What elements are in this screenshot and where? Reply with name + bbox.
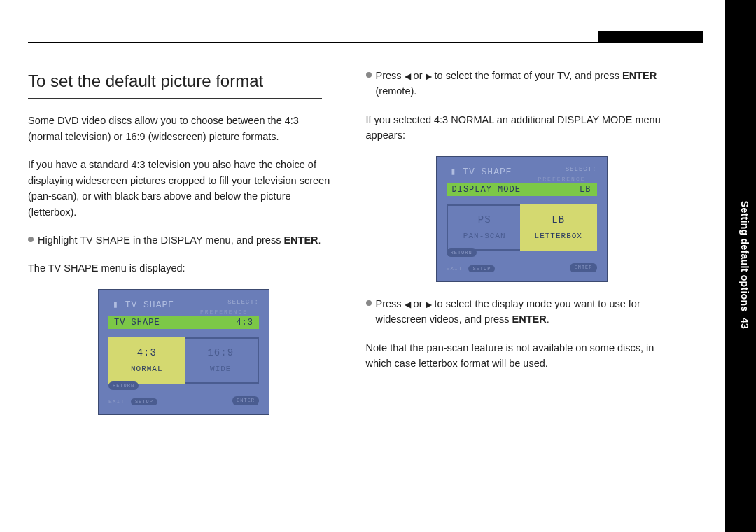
two-column-layout: To set the default picture format Some D… xyxy=(28,68,672,429)
left-arrow-icon: ◀ xyxy=(405,300,411,309)
tv-shape-menu-screenshot: ▮ TV SHAPE SELECT: PREFERENCE TV SHAPE 4… xyxy=(98,289,270,415)
ss1-title: ▮ TV SHAPE xyxy=(113,298,174,312)
right-arrow-icon: ▶ xyxy=(426,71,432,81)
ss1-option-wide: 16:9 WIDE xyxy=(184,339,258,382)
ss2-button-hints: RETURN EXIT SETUP ENTER xyxy=(447,248,597,276)
enter-chip: ENTER xyxy=(232,396,259,405)
intro-paragraph-2: If you have a standard 4:3 television yo… xyxy=(28,157,335,220)
step-highlight-tvshape: Highlight TV SHAPE in the DISPLAY menu, … xyxy=(28,232,335,248)
return-chip: RETURN xyxy=(108,382,139,391)
setup-chip: SETUP xyxy=(131,398,158,405)
display-mode-menu-screenshot: ▮ TV SHAPE SELECT: PREFERENCE DISPLAY MO… xyxy=(436,156,608,282)
ss2-option-panscan: PS PAN-SCAN xyxy=(448,206,522,249)
step-text-enter: ENTER xyxy=(284,234,318,246)
ss1-opt-left-label: NORMAL xyxy=(131,363,163,375)
left-column: To set the default picture format Some D… xyxy=(28,68,335,429)
ss2-opt-right-label: LETTERBOX xyxy=(535,230,582,242)
ss1-selected-row: TV SHAPE 4:3 xyxy=(108,316,259,329)
chapter-name: Setting default options xyxy=(739,201,750,312)
ss2-row-label: DISPLAY MODE xyxy=(452,183,521,197)
bullet-icon xyxy=(28,237,34,242)
tvshape-menu-caption: The TV SHAPE menu is displayed: xyxy=(28,260,335,276)
step-text-pre: Highlight TV SHAPE in the DISPLAY menu, … xyxy=(38,234,284,246)
step-text: Press ◀ or ▶ to select the format of you… xyxy=(376,68,673,99)
enter-label: ENTER xyxy=(512,314,547,325)
right-column: Press ◀ or ▶ to select the format of you… xyxy=(366,68,673,429)
ss2-title: ▮ TV SHAPE xyxy=(451,165,512,179)
header-rule xyxy=(28,42,609,43)
ss1-options: 4:3 NORMAL 16:9 WIDE xyxy=(108,337,259,384)
enter-label: ENTER xyxy=(622,70,657,81)
chapter-tab-label: Setting default options 43 xyxy=(739,201,750,329)
section-title: To set the default picture format xyxy=(28,68,322,99)
display-mode-caption: If you selected 4:3 NORMAL an additional… xyxy=(366,112,673,144)
exit-label: EXIT xyxy=(447,265,463,272)
page-number: 43 xyxy=(739,318,750,329)
step-select-display-mode: Press ◀ or ▶ to select the display mode … xyxy=(366,296,673,328)
ss1-select-hint: SELECT: xyxy=(227,298,259,308)
left-arrow-icon: ◀ xyxy=(405,71,411,81)
ss2-selected-row: DISPLAY MODE LB xyxy=(447,183,597,196)
ss1-opt-right-ratio: 16:9 xyxy=(207,346,234,361)
ss1-opt-right-label: WIDE xyxy=(210,363,231,375)
chapter-tab: Setting default options 43 xyxy=(725,0,756,532)
ss1-preference-hint: PREFERENCE xyxy=(200,308,248,316)
setup-chip: SETUP xyxy=(468,265,495,272)
ss2-opt-right-code: LB xyxy=(552,213,565,228)
exit-label: EXIT xyxy=(108,398,125,405)
ss1-row-label: TV SHAPE xyxy=(114,316,160,330)
ss2-option-letterbox: LB LETTERBOX xyxy=(520,204,597,251)
ss1-button-hints: RETURN EXIT SETUP ENTER xyxy=(108,382,259,409)
step-select-tv-format: Press ◀ or ▶ to select the format of you… xyxy=(366,68,673,99)
ss2-select-hint: SELECT: xyxy=(566,165,597,175)
ss1-opt-left-ratio: 4:3 xyxy=(137,346,157,361)
ss2-row-value: LB xyxy=(580,183,591,197)
ss1-row-value: 4:3 xyxy=(236,316,253,330)
ss2-options: PS PAN-SCAN LB LETTERBOX xyxy=(447,204,597,251)
step-text: Press ◀ or ▶ to select the display mode … xyxy=(376,296,673,328)
bullet-icon xyxy=(366,72,372,78)
panscan-note: Note that the pan-scan feature is not av… xyxy=(366,340,673,372)
step-text-post: . xyxy=(318,234,321,246)
ss2-opt-left-label: PAN-SCAN xyxy=(463,230,506,242)
ss1-option-normal: 4:3 NORMAL xyxy=(108,337,186,384)
ss2-opt-left-code: PS xyxy=(478,213,491,228)
step-text: Highlight TV SHAPE in the DISPLAY menu, … xyxy=(38,232,321,248)
return-chip: RETURN xyxy=(447,248,477,258)
header-tab-block xyxy=(598,31,704,43)
intro-paragraph-1: Some DVD video discs allow you to choose… xyxy=(28,113,335,144)
manual-page: To set the default picture format Some D… xyxy=(0,0,756,532)
right-arrow-icon: ▶ xyxy=(426,300,432,309)
enter-chip: ENTER xyxy=(570,263,596,272)
ss2-preference-hint: PREFERENCE xyxy=(538,175,585,183)
bullet-icon xyxy=(366,300,372,306)
